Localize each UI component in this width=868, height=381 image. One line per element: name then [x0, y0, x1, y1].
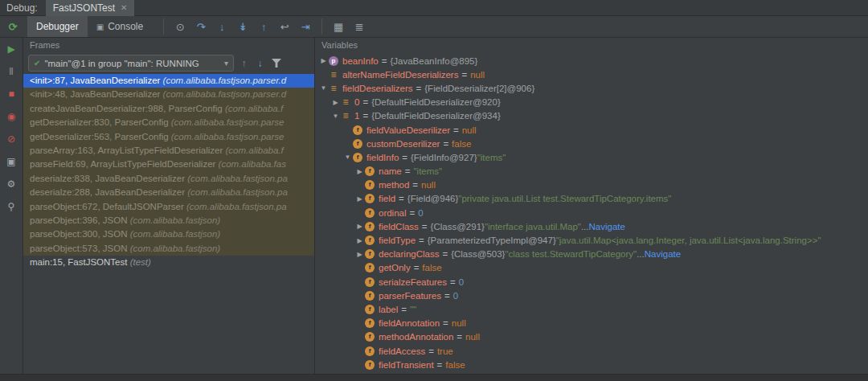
settings-gear-icon[interactable]: ⚙: [4, 177, 18, 191]
debug-session-tab[interactable]: FastJSONTest ✕: [46, 0, 135, 16]
frame-row[interactable]: getDeserializer:563, ParserConfig (com.a…: [23, 130, 314, 144]
variable-row[interactable]: ▶≡0={DefaultFieldDeserializer@920}: [315, 96, 868, 109]
variable-row[interactable]: ▶fdeclaringClass={Class@503} "class test…: [315, 248, 868, 261]
frame-location: parseArray:163, ArrayListTypeFieldDeseri…: [30, 145, 226, 155]
show-execution-point-icon[interactable]: ⊙: [172, 18, 188, 35]
frame-package: (com.alibaba.fastjson.pa: [186, 202, 287, 211]
equals-sign: =: [437, 360, 443, 370]
value-ref: {DefaultFieldDeserializer@920}: [371, 97, 501, 107]
frame-location: parseObject:300, JSON: [30, 229, 130, 239]
variable-row[interactable]: ▶pbeanInfo={JavaBeanInfo@895}: [315, 54, 868, 68]
frame-row[interactable]: main:15, FastJSONTest (test): [23, 256, 314, 269]
mute-breakpoints-icon[interactable]: ⊘: [4, 132, 18, 146]
variable-row[interactable]: ▶fname="items": [315, 165, 868, 178]
variable-row[interactable]: flabel="": [315, 302, 868, 316]
next-frame-icon[interactable]: ↓: [254, 58, 266, 69]
chevron-expanded-icon[interactable]: ▼: [342, 154, 353, 161]
navigate-link[interactable]: Navigate: [645, 249, 681, 259]
variable-name: name: [379, 166, 402, 176]
tab-debugger[interactable]: Debugger: [27, 16, 88, 37]
step-over-icon[interactable]: ↷: [193, 18, 209, 35]
chevron-collapsed-icon[interactable]: ▶: [354, 168, 365, 175]
chevron-collapsed-icon[interactable]: ▶: [354, 237, 365, 244]
thread-selector[interactable]: ✔ "main"@1 in group "main": RUNNING ▾: [28, 55, 234, 72]
layout-settings-icon[interactable]: ≣: [351, 18, 367, 35]
value-ell: ...: [581, 222, 589, 231]
variable-name: getOnly: [379, 263, 411, 272]
chevron-collapsed-icon[interactable]: ▶: [354, 251, 365, 258]
variable-row[interactable]: fparserFeatures=0: [315, 289, 868, 302]
chevron-collapsed-icon[interactable]: ▶: [354, 195, 365, 203]
frame-row[interactable]: parseField:69, ArrayListTypeFieldDeseria…: [23, 158, 314, 171]
frame-package: (com.alibaba.fastjson.pa: [187, 174, 288, 183]
value-kw: false: [452, 139, 471, 149]
value-ref: {Class@503}: [451, 249, 505, 259]
chevron-down-icon[interactable]: ▾: [224, 59, 228, 68]
variable-row[interactable]: fgetOnly=false: [315, 261, 868, 275]
toolbar-right-actions: ▦≣: [322, 18, 367, 35]
variable-name: parserFeatures: [379, 291, 441, 301]
chevron-collapsed-icon[interactable]: ▶: [318, 57, 329, 64]
variable-row[interactable]: fserialzeFeatures=0: [315, 275, 868, 289]
chevron-expanded-icon[interactable]: ▼: [318, 84, 329, 92]
variable-row[interactable]: fmethodAnnotation=null: [315, 330, 868, 344]
close-icon[interactable]: ✕: [121, 4, 127, 12]
hide-library-frames-filter-icon[interactable]: [272, 59, 281, 68]
variable-name: fieldTransient: [379, 360, 434, 370]
variable-row[interactable]: ▼≡1={DefaultFieldDeserializer@934}: [315, 109, 868, 123]
variable-row[interactable]: ▼≡fieldDeserializers={FieldDeserializer[…: [315, 81, 868, 95]
variable-row[interactable]: fordinal=0: [315, 206, 868, 219]
chevron-collapsed-icon[interactable]: ▶: [354, 223, 365, 230]
value-str: "items": [477, 153, 506, 162]
rerun-icon[interactable]: ⟳: [5, 18, 21, 35]
view-breakpoints-icon[interactable]: ◉: [4, 109, 18, 124]
frame-row[interactable]: deserialze:288, JavaBeanDeserializer (co…: [23, 186, 314, 199]
variable-row[interactable]: ▼ffieldInfo={FieldInfo@927} "items": [315, 150, 868, 164]
variable-row[interactable]: fcustomDeserilizer=false: [315, 137, 868, 150]
tab-console[interactable]: ▣Console: [88, 16, 152, 37]
run-to-cursor-icon[interactable]: ⇥: [297, 18, 313, 35]
frame-row[interactable]: createJavaBeanDeserializer:988, ParserCo…: [23, 102, 314, 116]
previous-frame-icon[interactable]: ↑: [238, 58, 250, 69]
value-ref: {FieldDeserializer[2]@906}: [424, 84, 534, 93]
param-icon: p: [329, 56, 338, 66]
variable-row[interactable]: ffieldValueDeserilizer=null: [315, 123, 868, 137]
chevron-expanded-icon[interactable]: ▼: [330, 113, 341, 120]
frame-row[interactable]: deserialze:838, JavaBeanDeserializer (co…: [23, 172, 314, 186]
pin-icon[interactable]: ⚲: [4, 199, 18, 214]
pause-icon[interactable]: Ⅱ: [4, 64, 18, 79]
frame-row[interactable]: <init>:87, JavaBeanDeserializer (com.ali…: [23, 74, 314, 88]
chevron-collapsed-icon[interactable]: ▶: [330, 99, 341, 106]
frame-row[interactable]: <init>:48, JavaBeanDeserializer (com.ali…: [23, 88, 314, 101]
variable-name: fieldValueDeserilizer: [366, 125, 450, 135]
variable-row[interactable]: ≡alterNameFieldDeserializers=null: [315, 68, 868, 81]
navigate-link[interactable]: Navigate: [589, 222, 625, 231]
value-str: "class test.StewardTipCategory": [505, 249, 637, 259]
value-ref: {ParameterizedTypeImpl@947}: [428, 236, 556, 245]
evaluate-expression-icon[interactable]: ▦: [330, 18, 346, 35]
variable-row[interactable]: ▶ffieldType={ParameterizedTypeImpl@947} …: [315, 233, 868, 247]
debug-toolbar: ⟳ Debugger▣Console ⊙↷↓↡↑↩⇥ ▦≣: [0, 16, 868, 38]
drop-frame-icon[interactable]: ↩: [276, 18, 293, 35]
variable-row[interactable]: ▶ffield={Field@946} "private java.util.L…: [315, 192, 868, 206]
variable-row[interactable]: fmethod=null: [315, 178, 868, 192]
frame-row[interactable]: parseObject:573, JSON (com.alibaba.fastj…: [23, 242, 314, 256]
frame-row[interactable]: parseObject:300, JSON (com.alibaba.fastj…: [23, 227, 314, 241]
stop-icon[interactable]: ■: [4, 87, 18, 101]
variable-row[interactable]: ffieldAnnotation=null: [315, 317, 868, 330]
variable-row[interactable]: ffieldAccess=true: [315, 344, 868, 358]
force-step-into-icon[interactable]: ↡: [235, 18, 251, 35]
frame-package: (com.alibaba.f: [226, 145, 284, 155]
resume-icon[interactable]: ▶: [4, 42, 18, 56]
step-out-icon[interactable]: ↑: [256, 18, 272, 35]
frame-row[interactable]: getDeserializer:830, ParserConfig (com.a…: [23, 116, 314, 129]
step-into-icon[interactable]: ↓: [214, 18, 230, 35]
value-kw: null: [421, 180, 436, 190]
frame-row[interactable]: parseArray:163, ArrayListTypeFieldDeseri…: [23, 144, 314, 158]
frame-row[interactable]: parseObject:672, DefaultJSONParser (com.…: [23, 200, 314, 214]
variable-row[interactable]: ffieldTransient=false: [315, 358, 868, 371]
frame-row[interactable]: parseObject:396, JSON (com.alibaba.fastj…: [23, 214, 314, 227]
variable-row[interactable]: ▶ffieldClass={Class@291} "interface java…: [315, 219, 868, 233]
variable-name: 0: [354, 97, 359, 107]
thread-dump-icon[interactable]: ▣: [4, 154, 18, 169]
